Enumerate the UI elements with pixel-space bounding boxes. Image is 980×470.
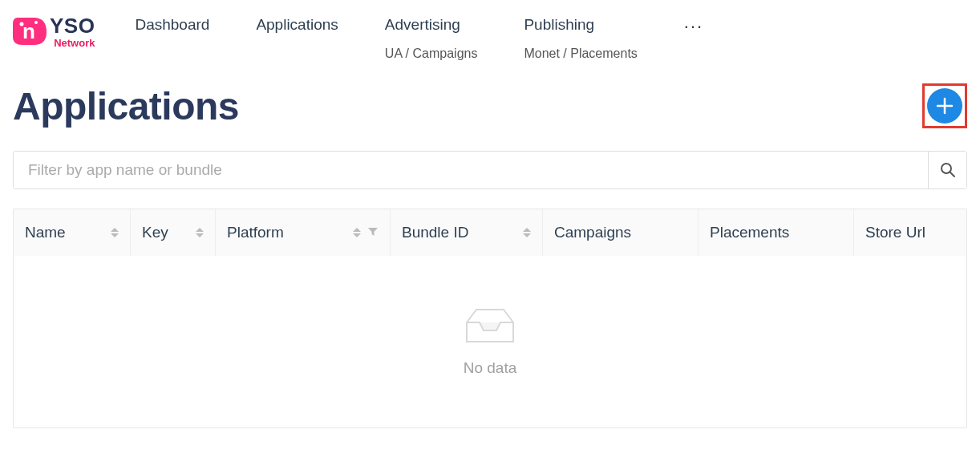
nav-advertising-sub[interactable]: UA / Campaigns bbox=[385, 47, 478, 61]
filter-input[interactable] bbox=[14, 152, 928, 188]
logo[interactable]: n YSO Network bbox=[13, 14, 95, 48]
col-key[interactable]: Key bbox=[131, 209, 216, 256]
col-placements[interactable]: Placements bbox=[699, 209, 854, 256]
svg-text:n: n bbox=[22, 19, 35, 43]
nav-publishing[interactable]: Publishing bbox=[524, 14, 637, 34]
add-application-button[interactable] bbox=[927, 88, 962, 124]
logo-icon: n bbox=[13, 14, 47, 48]
nav-publishing-sub[interactable]: Monet / Placements bbox=[524, 47, 637, 61]
sort-icon[interactable] bbox=[196, 228, 204, 237]
applications-table: Name Key Platform bbox=[13, 209, 967, 428]
nav-more[interactable]: ··· bbox=[684, 14, 703, 37]
col-bundle[interactable]: Bundle ID bbox=[391, 209, 543, 256]
search-icon bbox=[940, 162, 956, 178]
filter-icon[interactable] bbox=[367, 224, 379, 241]
col-platform[interactable]: Platform bbox=[216, 209, 391, 256]
svg-point-5 bbox=[942, 164, 951, 173]
svg-point-2 bbox=[34, 21, 38, 24]
sort-icon[interactable] bbox=[523, 228, 531, 237]
top-nav: Dashboard Applications Advertising UA / … bbox=[135, 14, 703, 61]
sort-icon[interactable] bbox=[353, 228, 361, 237]
empty-inbox-icon bbox=[460, 306, 520, 346]
nav-advertising[interactable]: Advertising bbox=[385, 14, 478, 34]
logo-text-secondary: Network bbox=[54, 38, 95, 48]
add-highlight-box bbox=[922, 83, 967, 128]
search-button[interactable] bbox=[928, 152, 966, 188]
svg-point-1 bbox=[20, 22, 24, 26]
empty-text: No data bbox=[464, 359, 517, 377]
svg-line-6 bbox=[950, 172, 954, 176]
col-store[interactable]: Store Url bbox=[854, 209, 966, 256]
table-body-empty: No data bbox=[14, 256, 966, 427]
page-title: Applications bbox=[13, 84, 239, 128]
table-header: Name Key Platform bbox=[14, 209, 966, 256]
nav-applications[interactable]: Applications bbox=[256, 14, 338, 34]
logo-text-primary: YSO bbox=[50, 15, 95, 36]
col-name[interactable]: Name bbox=[14, 209, 131, 256]
plus-icon bbox=[936, 97, 954, 115]
sort-icon[interactable] bbox=[111, 228, 119, 237]
col-campaigns[interactable]: Campaigns bbox=[543, 209, 699, 256]
nav-dashboard[interactable]: Dashboard bbox=[135, 14, 209, 34]
